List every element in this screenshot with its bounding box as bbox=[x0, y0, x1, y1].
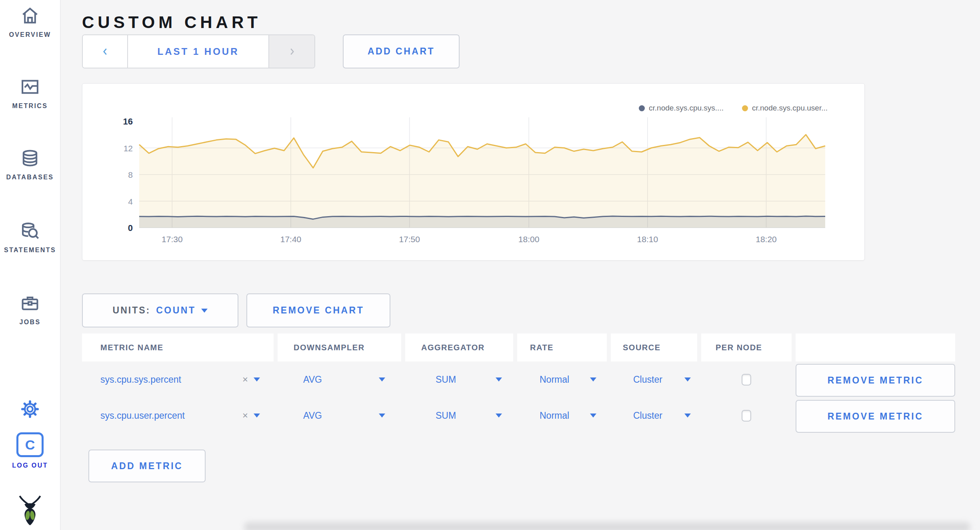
source-cell: Cluster bbox=[611, 361, 697, 398]
chevron-down-icon bbox=[201, 309, 208, 313]
svg-text:18:20: 18:20 bbox=[756, 235, 777, 244]
legend-item: cr.node.sys.cpu.sys.... bbox=[639, 104, 724, 112]
per-node-cell bbox=[701, 398, 792, 434]
rate-value: Normal bbox=[540, 410, 569, 421]
table-row-metric-name: sys.cpu.sys.percent × bbox=[82, 361, 274, 398]
sidebar-item-label: DATABASES bbox=[0, 174, 60, 181]
sidebar-item-settings[interactable] bbox=[0, 399, 60, 420]
sidebar-item-label: METRICS bbox=[0, 102, 60, 110]
column-header: AGGREGATOR bbox=[405, 333, 513, 361]
legend-label: cr.node.sys.cpu.sys.... bbox=[649, 104, 724, 112]
downsampler-dropdown[interactable]: AVG bbox=[303, 374, 385, 385]
time-window-selector: LAST 1 HOUR bbox=[82, 34, 315, 68]
source-dropdown[interactable]: Cluster bbox=[633, 374, 691, 385]
column-header: METRIC NAME bbox=[82, 333, 274, 361]
time-prev-button[interactable] bbox=[83, 35, 128, 68]
downsampler-value: AVG bbox=[303, 410, 322, 421]
chevron-down-icon bbox=[684, 414, 691, 418]
custom-chart-page: OVERVIEW METRICS DATABASES bbox=[0, 0, 980, 530]
clear-metric-icon[interactable]: × bbox=[242, 374, 248, 385]
sidebar-item-statements[interactable]: STATEMENTS bbox=[0, 220, 60, 254]
sidebar-item-label: OVERVIEW bbox=[0, 31, 60, 38]
chevron-down-icon bbox=[590, 377, 596, 381]
downsampler-value: AVG bbox=[303, 374, 322, 385]
source-value: Cluster bbox=[633, 410, 662, 421]
column-header: RATE bbox=[517, 333, 607, 361]
aggregator-cell: SUM bbox=[405, 361, 513, 398]
sidebar: OVERVIEW METRICS DATABASES bbox=[0, 0, 61, 530]
remove-metric-button[interactable]: REMOVE METRIC bbox=[796, 400, 955, 433]
svg-text:17:40: 17:40 bbox=[280, 235, 302, 244]
remove-chart-button[interactable]: REMOVE CHART bbox=[246, 293, 390, 327]
chevron-left-icon bbox=[100, 47, 110, 56]
chevron-down-icon[interactable] bbox=[254, 377, 260, 381]
sidebar-item-metrics[interactable]: METRICS bbox=[0, 76, 60, 110]
source-cell: Cluster bbox=[611, 398, 697, 434]
downsampler-dropdown[interactable]: AVG bbox=[303, 410, 385, 421]
chevron-right-icon bbox=[287, 47, 297, 56]
remove-metric-cell: REMOVE METRIC bbox=[796, 361, 955, 398]
legend-dot bbox=[639, 105, 645, 111]
page-title: CUSTOM CHART bbox=[82, 13, 261, 32]
legend-label: cr.node.sys.cpu.user... bbox=[752, 104, 828, 112]
svg-text:16: 16 bbox=[123, 116, 133, 126]
source-dropdown[interactable]: Cluster bbox=[633, 410, 691, 421]
sidebar-item-label: STATEMENTS bbox=[0, 247, 60, 254]
downsampler-cell: AVG bbox=[278, 398, 401, 434]
clear-metric-icon[interactable]: × bbox=[242, 410, 248, 421]
per-node-checkbox[interactable] bbox=[742, 410, 751, 422]
units-label: UNITS: bbox=[113, 305, 151, 316]
chevron-down-icon bbox=[379, 414, 385, 418]
svg-text:18:10: 18:10 bbox=[637, 235, 658, 244]
remove-metric-button[interactable]: REMOVE METRIC bbox=[796, 364, 955, 397]
sidebar-item-jobs[interactable]: JOBS bbox=[0, 292, 60, 326]
column-header bbox=[796, 333, 955, 361]
time-range-dropdown[interactable]: LAST 1 HOUR bbox=[128, 35, 268, 68]
svg-text:17:30: 17:30 bbox=[162, 235, 183, 244]
aggregator-dropdown[interactable]: SUM bbox=[436, 374, 502, 385]
aggregator-value: SUM bbox=[436, 410, 456, 421]
downsampler-cell: AVG bbox=[278, 361, 401, 398]
rate-dropdown[interactable]: Normal bbox=[540, 410, 596, 421]
rate-dropdown[interactable]: Normal bbox=[540, 374, 596, 385]
statements-search-icon bbox=[19, 220, 41, 242]
add-metric-button[interactable]: ADD METRIC bbox=[88, 450, 206, 482]
chevron-down-icon[interactable] bbox=[254, 414, 260, 418]
aggregator-dropdown[interactable]: SUM bbox=[436, 410, 502, 421]
time-next-button[interactable] bbox=[268, 35, 314, 68]
metrics-table: METRIC NAME DOWNSAMPLER AGGREGATOR RATE … bbox=[82, 333, 955, 434]
metric-name-value[interactable]: sys.cpu.sys.percent bbox=[100, 374, 181, 385]
units-dropdown[interactable]: UNITS: COUNT bbox=[82, 293, 238, 327]
rate-cell: Normal bbox=[517, 361, 607, 398]
sidebar-item-logout[interactable]: C LOG OUT bbox=[0, 432, 60, 469]
sidebar-item-overview[interactable]: OVERVIEW bbox=[0, 5, 60, 38]
chart-card: cr.node.sys.cpu.sys.... cr.node.sys.cpu.… bbox=[82, 83, 865, 261]
metric-name-value[interactable]: sys.cpu.user.percent bbox=[100, 410, 185, 421]
source-value: Cluster bbox=[633, 374, 662, 385]
column-header: DOWNSAMPLER bbox=[278, 333, 401, 361]
rate-value: Normal bbox=[540, 374, 569, 385]
jobs-briefcase-icon bbox=[19, 292, 41, 314]
chevron-down-icon bbox=[379, 377, 385, 381]
svg-text:0: 0 bbox=[128, 223, 133, 233]
sidebar-item-label: JOBS bbox=[0, 319, 60, 326]
gear-icon bbox=[20, 399, 40, 420]
column-header: PER NODE bbox=[701, 333, 792, 361]
sidebar-brand bbox=[0, 491, 60, 528]
per-node-cell bbox=[701, 361, 792, 398]
sidebar-item-databases[interactable]: DATABASES bbox=[0, 147, 60, 181]
aggregator-cell: SUM bbox=[405, 398, 513, 434]
metrics-graph-icon bbox=[19, 76, 41, 98]
add-chart-button[interactable]: ADD CHART bbox=[343, 34, 460, 68]
table-row-metric-name: sys.cpu.user.percent × bbox=[82, 398, 274, 434]
chevron-down-icon bbox=[496, 377, 502, 381]
units-value: COUNT bbox=[156, 305, 196, 316]
aggregator-value: SUM bbox=[436, 374, 456, 385]
home-icon bbox=[19, 5, 41, 26]
svg-text:12: 12 bbox=[124, 144, 133, 153]
svg-text:18:00: 18:00 bbox=[518, 235, 540, 244]
chevron-down-icon bbox=[684, 377, 691, 381]
legend-item: cr.node.sys.cpu.user... bbox=[742, 104, 828, 112]
column-header: SOURCE bbox=[611, 333, 697, 361]
per-node-checkbox[interactable] bbox=[742, 374, 751, 385]
